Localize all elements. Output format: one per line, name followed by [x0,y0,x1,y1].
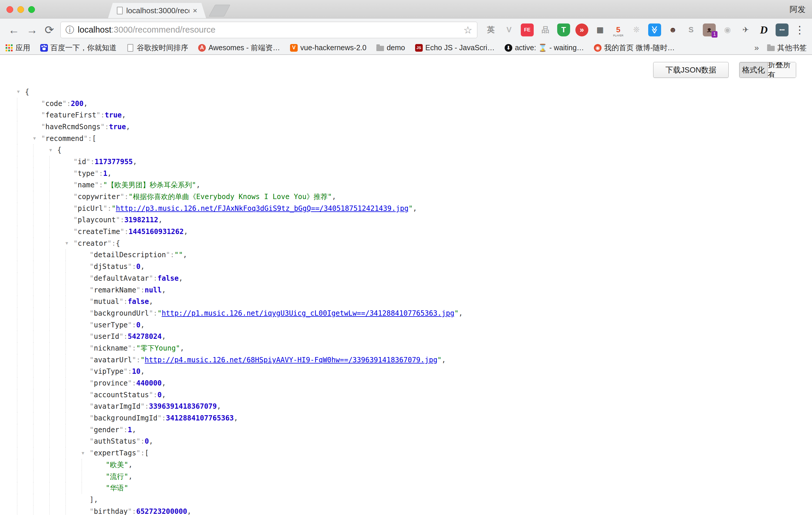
json-value-link[interactable]: http://p1.music.126.net/iqygU3Uicg_cL00I… [162,309,455,317]
bookmarks-right-group: » 其他书签 [754,43,807,53]
collapse-all-button[interactable]: 折叠所有 [768,62,796,78]
json-value-num: 200 [71,99,83,108]
json-key: copywriter [78,193,120,201]
json-line: "playcount": 31982112, [0,214,812,226]
downloader-extension-icon[interactable]: ≫ [648,24,661,36]
json-line: "accountStatus": 0, [0,389,812,401]
collapse-toggle-icon[interactable]: ▼ [17,90,25,94]
translate-extension-icon[interactable]: 英 [484,24,497,36]
json-key: detailDescription [94,251,166,259]
paw-extension-icon[interactable]: ❊ [630,24,643,36]
json-line: "avatarImgId": 3396391418367079, [0,401,812,412]
json-value-bool: true [105,111,122,119]
bookmark-item[interactable]: ⬇active: ⌛ - waiting… [505,44,584,52]
collapse-toggle-icon[interactable]: ▼ [49,148,57,152]
page-info-icon[interactable]: ⓘ [65,26,74,34]
bookmark-label: vue-hackernews-2.0 [300,44,366,52]
bookmark-star-icon[interactable]: ☆ [464,25,472,35]
json-value-num: 652723200000 [136,507,187,515]
json-line: "remarkName": null, [0,284,812,296]
close-window-button[interactable] [6,6,13,13]
bookmark-item[interactable]: JSEcho JS - JavaScri… [415,44,495,52]
fe-extension-icon[interactable]: FE [521,24,534,36]
address-bar[interactable]: ⓘ localhost:3000/recommend/resource ☆ [60,22,477,38]
s-extension-icon[interactable]: S [685,24,697,36]
bookmark-label: Echo JS - JavaScri… [425,44,495,52]
json-value-link[interactable]: http://p4.music.126.net/68HSpiyAAVY-HI9-… [145,356,437,364]
extension-glyph: ☻ [669,25,677,34]
collapse-toggle-icon[interactable]: ▼ [33,136,41,141]
browser-tab[interactable]: localhost:3000/recommend/re × [108,3,206,18]
collapse-toggle-icon[interactable]: ▼ [82,451,90,455]
shield-t-extension-icon[interactable]: T [557,24,570,36]
extension-glyph: D [760,24,768,36]
dots-extension-icon[interactable]: ••• [776,24,788,36]
json-key: vipType [94,367,123,375]
extension-glyph: 5 [616,25,620,34]
json-key: djStatus [94,262,128,271]
window-titlebar: localhost:3000/recommend/re × 阿发 [0,0,812,18]
json-line: "code": 200, [0,98,812,110]
json-value-num: 0 [157,391,162,399]
url-text[interactable]: localhost:3000/recommend/resource [78,25,215,35]
bookmark-item[interactable]: 应用 [5,43,30,53]
format-button[interactable]: 格式化 [740,62,768,78]
tab-close-icon[interactable]: × [193,7,197,15]
bookmark-item[interactable]: AAwesomes - 前端资… [198,43,280,53]
vue-devtools-icon[interactable]: V [502,24,516,36]
bookmark-item[interactable]: ◉我的首页 微博-随时… [594,43,675,53]
sitemap-extension-icon[interactable]: 品 [539,24,552,36]
other-bookmarks-folder[interactable]: 其他书签 [767,43,807,53]
json-key: mutual [94,297,119,306]
json-key: province [94,379,128,387]
json-bracket: [ [92,135,96,143]
extension-glyph: ✈ [743,25,749,34]
json-key: authStatus [94,437,136,446]
json-line: "backgroundImgId": 3412884107765363, [0,412,812,424]
collapse-toggle-icon[interactable]: ▼ [65,241,74,246]
browser-profile-name[interactable]: 阿发 [790,4,806,15]
json-value-num: 440000 [136,379,162,387]
json-value-link[interactable]: http://p3.music.126.net/FJAxNkFoq3dGiS9t… [116,204,409,212]
extensions-area: 英VFE品T»▦5PLAYER❊≫☻Sᴥ1◉✈D••• [484,24,788,36]
bookmark-item[interactable]: 谷歌按时间排序 [126,43,188,53]
json-key: type [78,169,94,178]
tab-favicon-document-icon [117,7,123,15]
bookmark-item[interactable]: Vvue-hackernews-2.0 [290,44,366,52]
extension-glyph: ᴥ [707,25,712,34]
json-line: "backgroundUrl": "http://p1.music.126.ne… [0,307,812,319]
weibo-extension-icon[interactable]: ◉ [721,24,734,36]
json-line: "featureFirst": true, [0,109,812,121]
forward-icon[interactable]: → [26,24,37,35]
mask-extension-icon[interactable]: ☻ [666,24,679,36]
bookmark-label: demo [387,44,405,52]
bookmark-item[interactable]: 百度一下，你就知道 [40,43,117,53]
bookmark-label: 谷歌按时间排序 [137,43,188,53]
back-icon[interactable]: ← [8,24,19,35]
browser-menu-icon[interactable]: ⋮ [794,25,806,35]
minimize-window-button[interactable] [17,6,24,13]
fast-forward-extension-icon[interactable]: » [575,24,588,36]
bird-extension-icon[interactable]: ✈ [739,24,752,36]
json-value-string: 华语 [110,483,124,493]
extension-glyph: 品 [542,25,549,35]
json-line: "gender": 1, [0,424,812,436]
json-line: "avatarUrl": "http://p4.music.126.net/68… [0,354,812,366]
download-circle-icon: ⬇ [505,44,512,52]
tampermonkey-extension-icon[interactable]: ᴥ1 [703,24,716,36]
reload-icon[interactable]: ⟳ [45,24,54,35]
json-key: recommend [45,135,83,143]
qrcode-extension-icon[interactable]: ▦ [593,24,607,36]
bookmarks-overflow-icon[interactable]: » [754,43,759,53]
new-tab-button[interactable] [209,5,230,17]
bookmark-items: 应用百度一下，你就知道谷歌按时间排序AAwesomes - 前端资…Vvue-h… [5,43,675,53]
extension-glyph: ◉ [724,25,731,34]
json-value-string: 欧美 [110,460,124,469]
html5-player-extension-icon[interactable]: 5PLAYER [612,24,625,36]
download-json-button[interactable]: 下载JSON数据 [653,62,729,78]
d-extension-icon[interactable]: D [757,24,770,36]
json-key: userId [94,332,119,341]
json-key: playcount [78,216,116,224]
bookmark-item[interactable]: demo [376,44,405,52]
zoom-window-button[interactable] [28,6,35,13]
